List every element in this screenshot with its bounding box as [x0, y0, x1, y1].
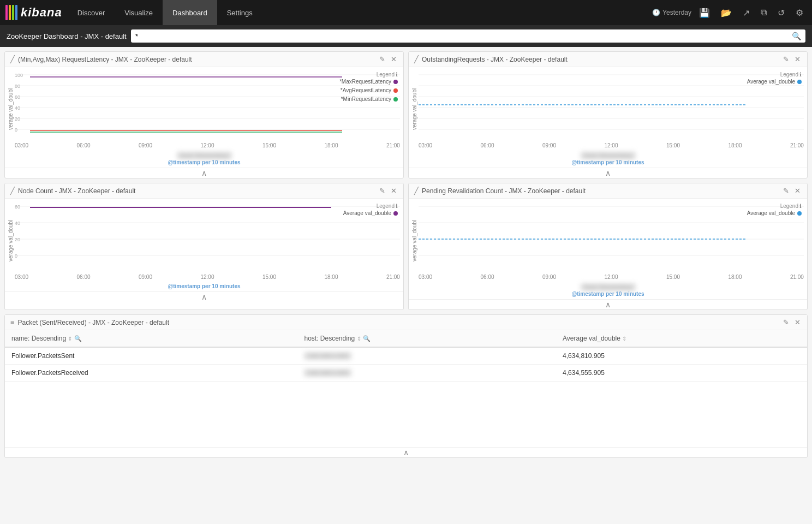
col-host-label: host: Descending	[304, 335, 355, 342]
open-button[interactable]: 📂	[718, 5, 735, 20]
panel-table-actions: ✎ ✕	[782, 318, 802, 326]
timestamp-label-latency: @timestamp per 10 minutes	[168, 159, 240, 165]
panel-outstanding-title: OutstandingRequests - JMX - ZooKeeper - …	[422, 56, 782, 63]
collapse-button-node[interactable]: ∧	[5, 291, 403, 302]
svg-text:40: 40	[15, 105, 20, 111]
sort-icon-name[interactable]: ⇕	[68, 336, 72, 342]
logo-area: kibana	[0, 0, 68, 25]
panel-outstanding-header: ╱ OutstandingRequests - JMX - ZooKeeper …	[409, 52, 807, 67]
chart-legend-node: Legend ℹ Average val_double	[343, 203, 398, 218]
panel-pending-body: verage val_doubl	[409, 199, 807, 282]
x-axis-outstanding: 03:00 06:00 09:00 12:00 15:00 18:00 21:0…	[419, 141, 804, 148]
y-axis-label-node: verage val_doubl	[6, 201, 15, 280]
svg-text:20: 20	[15, 116, 20, 122]
search-input[interactable]	[135, 32, 792, 40]
close-table-button[interactable]: ✕	[793, 318, 802, 326]
close-node-button[interactable]: ✕	[390, 187, 398, 195]
close-outstanding-button[interactable]: ✕	[793, 55, 802, 63]
refresh-button[interactable]: ↺	[774, 5, 788, 20]
cell-name-1: Follower.PacketsReceived	[5, 365, 297, 382]
nav-right: 🕐 Yesterday 💾 📂 ↗ ⧉ ↺ ⚙	[652, 5, 812, 20]
close-pending-button[interactable]: ✕	[793, 187, 802, 195]
timestamp-info: @timestamp per 10 minutes	[5, 159, 403, 165]
save-button[interactable]: 💾	[696, 5, 713, 20]
settings-button[interactable]: ⚙	[792, 5, 807, 20]
sort-icon-host[interactable]: ⇕	[357, 336, 361, 342]
panel-outstanding-actions: ✎ ✕	[782, 55, 802, 63]
logo-text: kibana	[21, 5, 62, 20]
close-panel-button[interactable]: ✕	[390, 55, 398, 63]
nav-link-dashboard[interactable]: Dashboard	[163, 0, 217, 25]
nav-link-visualize[interactable]: Visualize	[115, 0, 163, 25]
share-button[interactable]: ↗	[739, 5, 753, 20]
panel-request-latency-body: verage val_doubl	[5, 67, 403, 151]
panel-request-latency-header: ╱ (Min,Avg,Max) RequestLatency - JMX - Z…	[5, 52, 403, 67]
clock-icon: 🕐	[652, 9, 660, 16]
cell-name-0: Follower.PacketsSent	[5, 347, 297, 365]
panel-node-count: ╱ Node Count - JMX - ZooKeeper - default…	[4, 183, 404, 310]
top-navigation: kibana Discover Visualize Dashboard Sett…	[0, 0, 812, 25]
edit-panel-button[interactable]: ✎	[378, 55, 386, 63]
nav-link-settings[interactable]: Settings	[217, 0, 262, 25]
x-axis-pending: 03:00 06:00 09:00 12:00 15:00 18:00 21:0…	[419, 273, 804, 280]
panel-request-latency: ╱ (Min,Avg,Max) RequestLatency - JMX - Z…	[4, 51, 404, 178]
blurred-host-0: 192.168.1.100	[304, 352, 351, 360]
panel-footer-outstanding: host: Descending @timestamp per 10 minut…	[409, 151, 807, 168]
chart-inner-latency: 100 80 60 40 20 0	[15, 69, 400, 148]
panel-pending-title: Pending Revalidation Count - JMX - ZooKe…	[422, 187, 782, 195]
legend-item-outstanding: Average val_double	[747, 78, 802, 86]
search-icon-name[interactable]: 🔍	[74, 335, 82, 342]
chart-svg-latency: 100 80 60 40 20 0	[15, 69, 400, 141]
sort-icon-value[interactable]: ⇕	[622, 336, 626, 342]
panel-footer-node: @timestamp per 10 minutes	[5, 282, 403, 291]
legend-item-max: *MaxRequestLatency	[339, 78, 398, 86]
panel-node-body: verage val_doubl 60 40 20 0	[5, 199, 403, 282]
panel-pending-header: ╱ Pending Revalidation Count - JMX - Zoo…	[409, 183, 807, 199]
edit-node-button[interactable]: ✎	[378, 187, 386, 195]
panel-node-header: ╱ Node Count - JMX - ZooKeeper - default…	[5, 183, 403, 199]
legend-dot-node	[393, 211, 398, 216]
legend-dot-max	[393, 80, 398, 84]
table-row: Follower.PacketsReceived 192.168.1.100 4…	[5, 365, 807, 382]
new-window-button[interactable]: ⧉	[757, 5, 770, 20]
collapse-button-outstanding[interactable]: ∧	[409, 168, 807, 178]
nav-link-discover[interactable]: Discover	[68, 0, 115, 25]
filter-info-pending: host: Descending	[409, 283, 807, 291]
chart-icon-3: ╱	[10, 187, 15, 195]
search-bar: 🔍	[131, 29, 805, 43]
edit-table-button[interactable]: ✎	[782, 318, 790, 326]
cell-value-0: 4,634,810.905	[556, 347, 807, 365]
svg-text:0: 0	[15, 253, 17, 259]
edit-pending-button[interactable]: ✎	[782, 187, 790, 195]
dashboard-content: ╱ (Min,Avg,Max) RequestLatency - JMX - Z…	[0, 47, 812, 462]
x-axis-latency: 03:00 06:00 09:00 12:00 15:00 18:00 21:0…	[15, 141, 400, 148]
chart-inner-node: 60 40 20 0 Legend ℹ	[15, 201, 400, 280]
chart-inner-pending: Legend ℹ Average val_double 03:00	[419, 201, 804, 280]
search-icon-host[interactable]: 🔍	[363, 335, 371, 342]
legend-item-node: Average val_double	[343, 209, 398, 218]
panel-footer-pending: host: Descending @timestamp per 10 minut…	[409, 282, 807, 299]
edit-outstanding-button[interactable]: ✎	[782, 55, 790, 63]
collapse-button-pending[interactable]: ∧	[409, 299, 807, 309]
logo-bar-pink	[5, 5, 8, 20]
svg-text:40: 40	[15, 221, 20, 226]
svg-text:60: 60	[15, 204, 20, 210]
legend-title-pending: Legend ℹ	[747, 203, 802, 209]
search-submit-button[interactable]: 🔍	[792, 32, 801, 40]
panel-pending-revalidation: ╱ Pending Revalidation Count - JMX - Zoo…	[408, 183, 808, 310]
page-title: ZooKeeper Dashboard - JMX - default	[7, 32, 127, 40]
panel-request-latency-title: (Min,Avg,Max) RequestLatency - JMX - Zoo…	[18, 56, 378, 63]
table-icon: ≡	[10, 318, 15, 326]
x-axis-node: 03:00 06:00 09:00 12:00 15:00 18:00 21:0…	[15, 273, 400, 280]
legend-dot-min	[393, 97, 398, 102]
chart-legend-latency: Legend ℹ *MaxRequestLatency *AvgRequestL…	[339, 72, 398, 104]
chart-area-pending: verage val_doubl	[410, 201, 804, 280]
collapse-button-table[interactable]: ∧	[5, 447, 807, 457]
cell-host-0: 192.168.1.100	[297, 347, 556, 365]
chart-inner-outstanding: Legend ℹ Average val_double 03:00	[419, 69, 804, 148]
panel-node-title: Node Count - JMX - ZooKeeper - default	[18, 187, 378, 195]
collapse-button-latency[interactable]: ∧	[5, 168, 403, 178]
panel-node-actions: ✎ ✕	[378, 187, 398, 195]
svg-text:20: 20	[15, 237, 20, 242]
chart-area-latency: verage val_doubl	[6, 69, 400, 148]
